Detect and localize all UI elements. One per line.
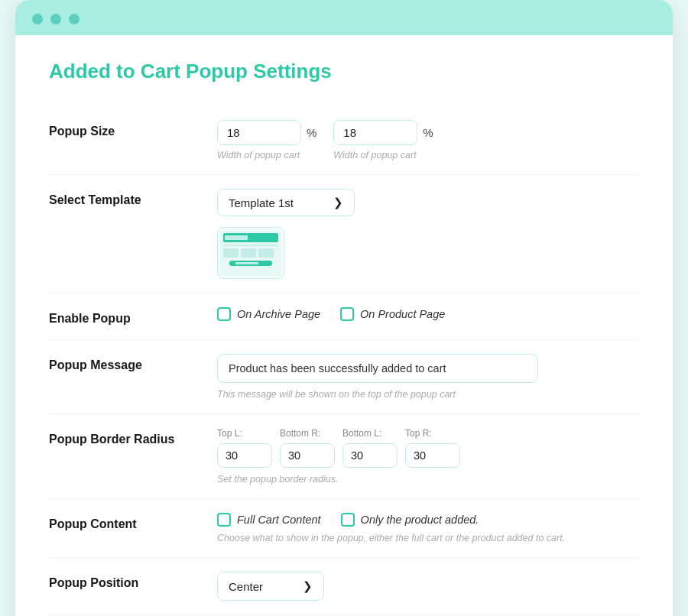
- popup-border-radius-row: Popup Border Radius Top L: Bottom R: Bot…: [49, 414, 639, 499]
- popup-content-label: Popup Content: [49, 513, 217, 531]
- svg-rect-4: [223, 248, 239, 258]
- product-added-checkbox[interactable]: Only the product added.: [341, 513, 479, 527]
- chevron-down-icon: ❯: [333, 196, 343, 209]
- top-l-input[interactable]: [217, 443, 272, 468]
- archive-page-checkbox[interactable]: On Archive Page: [217, 307, 320, 321]
- svg-rect-2: [225, 235, 248, 240]
- template-selected: Template 1st: [229, 196, 294, 209]
- select-template-row: Select Template Template 1st ❯: [49, 175, 639, 293]
- chevron-down-icon: ❯: [303, 579, 313, 593]
- popup-border-radius-label: Popup Border Radius: [49, 428, 217, 446]
- full-cart-checkbox[interactable]: Full Cart Content: [217, 513, 321, 527]
- top-r-input[interactable]: [405, 443, 460, 468]
- svg-rect-5: [241, 248, 256, 258]
- popup-content-hint: Choose what to show in the popup, either…: [217, 533, 639, 543]
- svg-rect-6: [258, 248, 274, 258]
- product-added-checkbox-box: [341, 513, 355, 527]
- dot-1: [32, 14, 43, 24]
- width2-input[interactable]: [333, 120, 417, 145]
- width2-hint: Width of popup cart: [333, 150, 433, 160]
- product-page-checkbox[interactable]: On Product Page: [340, 307, 445, 321]
- full-cart-checkbox-box: [217, 513, 231, 527]
- position-dropdown[interactable]: Center ❯: [217, 572, 324, 601]
- popup-size-label: Popup Size: [49, 120, 217, 138]
- template-preview: [217, 227, 284, 279]
- top-r-label: Top R:: [405, 428, 460, 439]
- bottom-r-input[interactable]: [280, 443, 335, 468]
- bottom-l-input[interactable]: [342, 443, 398, 468]
- titlebar: [15, 0, 673, 35]
- product-checkbox-label: On Product Page: [360, 308, 445, 320]
- popup-size-content: % Width of popup cart % Width of popup c…: [217, 120, 639, 160]
- svg-rect-3: [223, 245, 278, 246]
- size-inputs: % Width of popup cart % Width of popup c…: [217, 120, 639, 160]
- template-preview-svg: [220, 230, 281, 276]
- popup-content-row: Popup Content Full Cart Content Only the…: [49, 499, 639, 558]
- enable-popup-row: Enable Popup On Archive Page On Product …: [49, 293, 639, 340]
- position-selected: Center: [229, 580, 263, 593]
- dot-3: [69, 14, 80, 24]
- width1-unit: %: [307, 126, 316, 139]
- main-window: Added to Cart Popup Settings Popup Size …: [15, 0, 673, 616]
- width2-unit: %: [423, 126, 433, 139]
- svg-rect-8: [235, 262, 258, 264]
- archive-checkbox-label: On Archive Page: [237, 308, 320, 320]
- width1-hint: Width of popup cart: [217, 150, 316, 160]
- popup-content-checkboxes: Full Cart Content Only the product added…: [217, 513, 639, 527]
- border-radius-hint: Set the popup border radius.: [217, 474, 639, 485]
- product-checkbox-box: [340, 307, 354, 321]
- settings-content: Added to Cart Popup Settings Popup Size …: [15, 35, 673, 616]
- border-radius-labels: Top L: Bottom R: Bottom L: Top R:: [217, 428, 639, 439]
- enable-popup-label: Enable Popup: [49, 307, 217, 326]
- select-template-content: Template 1st ❯: [217, 189, 639, 279]
- archive-checkbox-box: [217, 307, 231, 321]
- full-cart-label: Full Cart Content: [237, 514, 321, 526]
- top-l-label: Top L:: [217, 428, 272, 439]
- width1-group: % Width of popup cart: [217, 120, 316, 160]
- border-radius-group: Top L: Bottom R: Bottom L: Top R: Set th…: [217, 428, 639, 485]
- bottom-r-label: Bottom R:: [280, 428, 335, 439]
- width2-group: % Width of popup cart: [333, 120, 433, 160]
- popup-message-input[interactable]: [217, 354, 538, 383]
- popup-position-row: Popup Position Center ❯: [49, 558, 639, 615]
- dot-2: [50, 14, 61, 24]
- popup-position-label: Popup Position: [49, 572, 217, 590]
- popup-size-row: Popup Size % Width of popup cart %: [49, 106, 639, 175]
- page-title: Added to Cart Popup Settings: [49, 60, 639, 83]
- select-template-label: Select Template: [49, 189, 217, 207]
- popup-message-label: Popup Message: [49, 354, 217, 372]
- bottom-l-label: Bottom L:: [342, 428, 398, 439]
- popup-message-hint: This message will be shown on the top of…: [217, 389, 639, 400]
- width1-input[interactable]: [217, 120, 301, 145]
- border-radius-inputs: [217, 443, 639, 468]
- template-dropdown[interactable]: Template 1st ❯: [217, 189, 355, 216]
- popup-message-row: Popup Message This message will be shown…: [49, 340, 639, 414]
- enable-popup-checkboxes: On Archive Page On Product Page: [217, 307, 639, 321]
- product-added-label: Only the product added.: [361, 514, 479, 526]
